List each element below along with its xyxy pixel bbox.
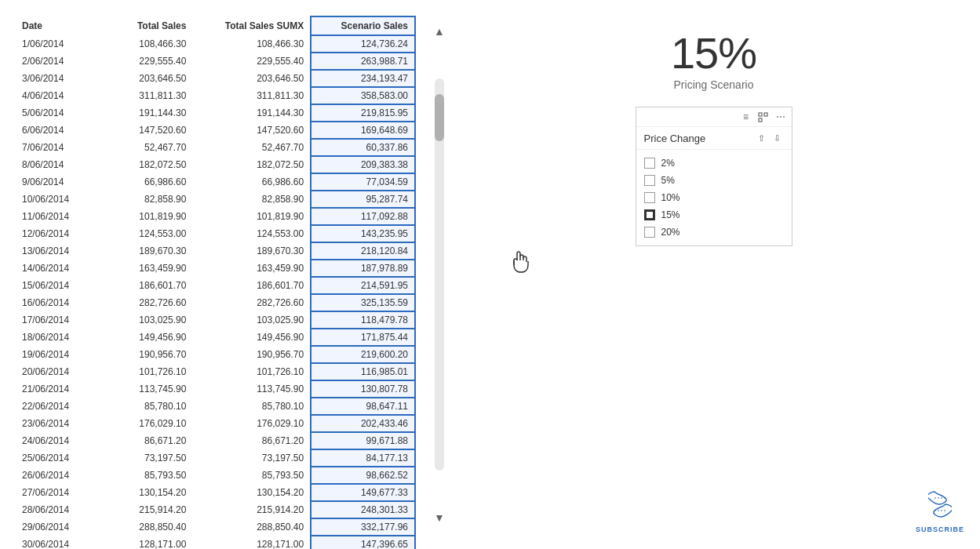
scroll-track[interactable]: [435, 78, 444, 471]
cell-11-3: 143,235.95: [311, 225, 415, 242]
toolbar-lines-icon[interactable]: ≡: [740, 111, 752, 123]
slicer-header-icons: ⇧ ⇩: [756, 132, 784, 144]
cell-7-0: 8/06/2014: [16, 156, 93, 173]
slicer-options: 2%5%10%15%20%: [636, 150, 792, 245]
table-row: 20/06/2014101,726.10101,726.10116,985.01: [16, 363, 415, 380]
cell-9-2: 82,858.90: [192, 191, 311, 208]
table-row: 22/06/201485,780.1085,780.1098,647.11: [16, 398, 415, 415]
cell-22-0: 23/06/2014: [16, 415, 93, 432]
cell-1-0: 2/06/2014: [16, 53, 93, 70]
cell-10-0: 11/06/2014: [16, 208, 93, 225]
cell-13-2: 163,459.90: [192, 260, 311, 277]
slicer-panel: ≡ ⋯ Price Change ⇧ ⇩: [636, 107, 792, 246]
cell-0-2: 108,466.30: [192, 35, 311, 53]
cell-19-0: 20/06/2014: [16, 363, 93, 380]
cell-24-1: 73,197.50: [93, 449, 193, 467]
cell-29-2: 128,171.00: [192, 536, 311, 549]
cell-29-0: 30/06/2014: [16, 536, 93, 549]
cell-8-0: 9/06/2014: [16, 173, 93, 191]
table-row: 14/06/2014163,459.90163,459.90187,978.89: [16, 260, 415, 277]
cell-21-1: 85,780.10: [93, 398, 193, 415]
cell-16-3: 118,479.78: [311, 311, 415, 329]
data-table: Date Total Sales Total Sales SUMX Scenar…: [16, 16, 416, 549]
cell-1-1: 229,555.40: [93, 53, 193, 70]
cell-1-3: 263,988.71: [311, 53, 415, 70]
cell-28-2: 288,850.40: [192, 518, 311, 536]
subscribe-section: SUBSCRIBE: [916, 490, 964, 533]
cell-22-2: 176,029.10: [192, 415, 311, 432]
kpi-label: Pricing Scenario: [674, 78, 754, 91]
cell-24-0: 25/06/2014: [16, 449, 93, 467]
toolbar-ellipsis-icon[interactable]: ⋯: [774, 111, 787, 123]
table-section: Date Total Sales Total Sales SUMX Scenar…: [16, 16, 416, 533]
cell-21-2: 85,780.10: [192, 398, 311, 415]
option-label-10%: 10%: [661, 192, 680, 203]
cell-16-0: 17/06/2014: [16, 311, 93, 329]
checkbox-10%[interactable]: [644, 192, 655, 203]
cell-6-3: 60,337.86: [311, 139, 415, 156]
table-row: 4/06/2014311,811.30311,811.30358,583.00: [16, 87, 415, 104]
cell-26-3: 149,677.33: [311, 484, 415, 501]
cell-25-2: 85,793.50: [192, 467, 311, 484]
cell-23-1: 86,671.20: [93, 432, 193, 449]
cell-4-0: 5/06/2014: [16, 104, 93, 122]
cell-23-3: 99,671.88: [311, 432, 415, 449]
cell-27-2: 215,914.20: [192, 501, 311, 518]
checkbox-5%[interactable]: [644, 175, 655, 186]
cell-8-3: 77,034.59: [311, 173, 415, 191]
cell-2-0: 3/06/2014: [16, 70, 93, 87]
cell-13-0: 14/06/2014: [16, 260, 93, 277]
cell-20-1: 113,745.90: [93, 380, 193, 398]
cell-8-2: 66,986.60: [192, 173, 311, 191]
checkbox-2%[interactable]: [644, 158, 655, 169]
table-row: 15/06/2014186,601.70186,601.70214,591.95: [16, 277, 415, 294]
cell-26-1: 130,154.20: [93, 484, 193, 501]
slicer-option-10%[interactable]: 10%: [644, 189, 784, 206]
scroll-down-arrow[interactable]: ▼: [432, 510, 447, 525]
cell-16-1: 103,025.90: [93, 311, 193, 329]
cell-14-1: 186,601.70: [93, 277, 193, 294]
scroll-thumb[interactable]: [435, 94, 444, 141]
table-row: 6/06/2014147,520.60147,520.60169,648.69: [16, 122, 415, 139]
table-row: 25/06/201473,197.5073,197.5084,177.13: [16, 449, 415, 467]
slicer-sort-desc-icon[interactable]: ⇩: [771, 132, 784, 144]
slicer-option-20%[interactable]: 20%: [644, 224, 784, 241]
option-label-5%: 5%: [661, 175, 675, 186]
cell-27-1: 215,914.20: [93, 501, 193, 518]
table-row: 27/06/2014130,154.20130,154.20149,677.33: [16, 484, 415, 501]
table-row: 26/06/201485,793.5085,793.5098,662.52: [16, 467, 415, 484]
cell-8-1: 66,986.60: [93, 173, 193, 191]
slicer-option-15%[interactable]: 15%: [644, 206, 784, 224]
cell-19-3: 116,985.01: [311, 363, 415, 380]
cell-9-0: 10/06/2014: [16, 191, 93, 208]
cell-14-0: 15/06/2014: [16, 277, 93, 294]
slicer-sort-asc-icon[interactable]: ⇧: [756, 132, 768, 144]
table-row: 11/06/2014101,819.90101,819.90117,092.88: [16, 208, 415, 225]
slicer-option-5%[interactable]: 5%: [644, 172, 784, 189]
slicer-option-2%[interactable]: 2%: [644, 155, 784, 172]
cell-25-1: 85,793.50: [93, 467, 193, 484]
cell-23-0: 24/06/2014: [16, 432, 93, 449]
cell-4-1: 191,144.30: [93, 104, 193, 122]
cell-4-3: 219,815.95: [311, 104, 415, 122]
cell-5-0: 6/06/2014: [16, 122, 93, 139]
cursor-hand: [510, 249, 532, 277]
table-row: 1/06/2014108,466.30108,466.30124,736.24: [16, 35, 415, 53]
cell-1-2: 229,555.40: [192, 53, 311, 70]
toolbar-expand-icon[interactable]: [757, 111, 770, 123]
checkbox-15%[interactable]: [644, 209, 655, 220]
svg-rect-2: [759, 118, 762, 122]
checkbox-20%[interactable]: [644, 227, 655, 238]
cell-11-1: 124,553.00: [93, 225, 193, 242]
scroll-up-arrow[interactable]: ▲: [432, 24, 447, 39]
table-row: 7/06/201452,467.7052,467.7060,337.86: [16, 139, 415, 156]
table-row: 5/06/2014191,144.30191,144.30219,815.95: [16, 104, 415, 122]
cell-2-3: 234,193.47: [311, 70, 415, 87]
subscribe-text[interactable]: SUBSCRIBE: [916, 525, 964, 533]
cell-10-3: 117,092.88: [311, 208, 415, 225]
svg-rect-0: [759, 113, 762, 116]
col-header-date: Date: [16, 16, 93, 35]
table-row: 28/06/2014215,914.20215,914.20248,301.33: [16, 501, 415, 518]
cell-29-1: 128,171.00: [93, 536, 193, 549]
option-label-15%: 15%: [661, 209, 680, 220]
